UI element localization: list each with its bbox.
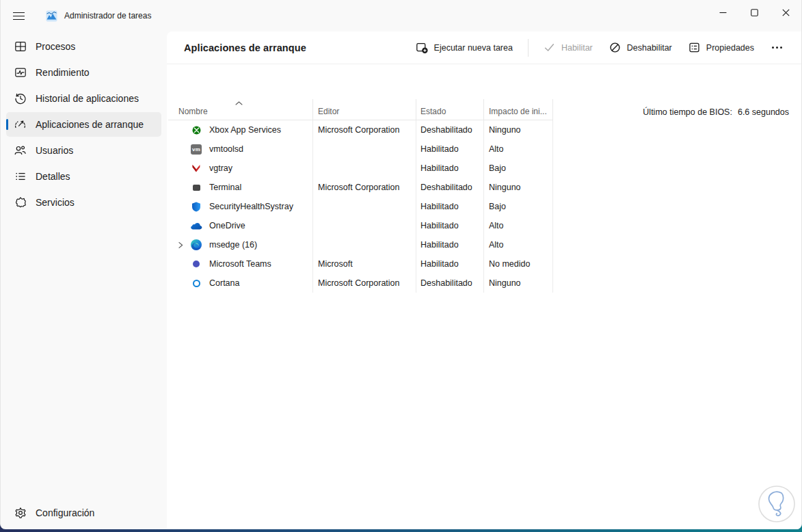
sidebar-item-label: Configuración	[36, 507, 94, 518]
impact-cell: Ninguno	[484, 178, 553, 197]
name-cell: OneDrive	[168, 216, 313, 235]
name-cell: Xbox App Services	[168, 120, 313, 139]
close-button[interactable]	[770, 0, 801, 25]
window-controls	[707, 0, 801, 25]
table-row[interactable]: Microsoft TeamsMicrosoftHabilitadoNo med…	[168, 254, 553, 274]
app-history-icon	[14, 92, 27, 105]
column-header-1[interactable]: Nombre	[168, 99, 313, 120]
app-name: OneDrive	[209, 221, 245, 230]
vgtray-icon	[188, 164, 204, 173]
xbox-icon	[188, 126, 204, 135]
toolbar-button-label: Propiedades	[706, 43, 754, 53]
column-header-4[interactable]: Impacto de ini...	[484, 99, 553, 120]
status-cell: Habilitado	[416, 216, 484, 235]
sidebar: ProcesosRendimientoHistorial de aplicaci…	[1, 31, 167, 529]
window-title: Administrador de tareas	[64, 11, 151, 21]
status-cell: Habilitado	[416, 254, 484, 274]
publisher-cell	[313, 216, 416, 235]
onedrive-icon	[188, 222, 204, 230]
impact-cell: No medido	[484, 254, 553, 274]
app-name: msedge (16)	[209, 240, 257, 250]
sidebar-item-label: Usuarios	[36, 145, 73, 156]
column-header-3[interactable]: Estado	[416, 99, 484, 120]
titlebar: Administrador de tareas	[1, 0, 801, 31]
impact-cell: Bajo	[484, 197, 553, 216]
status-cell: Habilitado	[416, 139, 484, 159]
table-row[interactable]: SecurityHealthSystrayHabilitadoBajo	[168, 197, 553, 216]
publisher-cell	[313, 235, 416, 254]
cortana-icon	[188, 280, 204, 287]
column-header-label: Nombre	[178, 107, 208, 116]
column-header-2[interactable]: Editor	[313, 99, 416, 120]
impact-cell: Ninguno	[484, 274, 553, 293]
table-row[interactable]: vgtrayHabilitadoBajo	[168, 159, 553, 178]
properties-icon	[689, 42, 700, 53]
table-row[interactable]: msedge (16)HabilitadoAlto	[168, 235, 553, 254]
minimize-icon	[719, 9, 727, 16]
sidebar-item-detalles[interactable]: Detalles	[6, 164, 161, 189]
ejecutar-nueva-tarea-button[interactable]: Ejecutar nueva tarea	[409, 38, 520, 58]
publisher-cell: Microsoft Corporation	[313, 120, 416, 139]
toolbar-button-label: Habilitar	[561, 43, 593, 53]
publisher-cell	[313, 197, 416, 216]
status-cell: Deshabilitado	[416, 120, 484, 139]
disable-icon	[609, 42, 621, 53]
sidebar-item-servicios[interactable]: Servicios	[6, 190, 161, 215]
app-name: Cortana	[209, 278, 239, 288]
sidebar-item-usuarios[interactable]: Usuarios	[6, 138, 161, 163]
startup-apps-icon	[14, 118, 27, 131]
table-row[interactable]: Xbox App ServicesMicrosoft CorporationDe…	[168, 120, 553, 139]
propiedades-button[interactable]: Propiedades	[682, 38, 761, 57]
status-cell: Habilitado	[416, 159, 484, 178]
maximize-icon	[751, 9, 758, 16]
name-cell: SecurityHealthSystray	[168, 197, 313, 216]
sidebar-item-rendimiento[interactable]: Rendimiento	[6, 60, 161, 85]
publisher-cell: Microsoft	[313, 254, 416, 274]
page-title: Aplicaciones de arranque	[184, 42, 306, 53]
app-name: SecurityHealthSystray	[209, 202, 293, 211]
app-name: Terminal	[209, 183, 241, 192]
deshabilitar-button[interactable]: Deshabilitar	[602, 38, 679, 57]
settings-icon	[14, 507, 27, 520]
impact-cell: Bajo	[484, 159, 553, 178]
table-row[interactable]: CortanaMicrosoft CorporationDeshabilitad…	[168, 274, 553, 293]
task-manager-app-icon	[46, 10, 57, 22]
sidebar-item-label: Procesos	[36, 41, 75, 52]
sidebar-item-procesos[interactable]: Procesos	[6, 34, 161, 59]
sidebar-item-label: Servicios	[36, 197, 75, 208]
more-options-button[interactable]	[764, 40, 790, 55]
maximize-button[interactable]	[738, 0, 770, 25]
services-icon	[14, 196, 27, 209]
bios-time-value: 6.6 segundos	[738, 107, 789, 117]
minimize-button[interactable]	[707, 0, 738, 25]
selection-accent-bar	[6, 119, 8, 130]
sort-asc-icon	[235, 101, 243, 105]
name-cell: Terminal	[168, 178, 313, 197]
teams-icon	[188, 261, 204, 267]
status-cell: Habilitado	[416, 197, 484, 216]
table-body: Xbox App ServicesMicrosoft CorporationDe…	[168, 120, 553, 293]
details-icon	[14, 170, 27, 183]
sidebar-item-label: Historial de aplicaciones	[36, 93, 139, 104]
toolbar-button-label: Ejecutar nueva tarea	[434, 43, 513, 53]
publisher-cell	[313, 159, 416, 178]
sidebar-item-aplicaciones-de-arranque[interactable]: Aplicaciones de arranque	[6, 112, 161, 137]
column-header-label: Impacto de ini...	[489, 107, 547, 116]
sidebar-item-configuraci-n[interactable]: Configuración	[6, 501, 161, 525]
impact-cell: Alto	[484, 139, 553, 159]
table-row[interactable]: vmvmtoolsdHabilitadoAlto	[168, 139, 553, 159]
name-cell: Microsoft Teams	[168, 254, 313, 274]
sidebar-item-label: Detalles	[36, 171, 70, 182]
table-row[interactable]: TerminalMicrosoft CorporationDeshabilita…	[168, 178, 553, 197]
publisher-cell: Microsoft Corporation	[313, 178, 416, 197]
lightbulb-watermark-logo	[757, 484, 797, 527]
sidebar-item-historial-de-aplicaciones[interactable]: Historial de aplicaciones	[6, 86, 161, 111]
toolbar: Aplicaciones de arranque Ejecutar nueva …	[167, 31, 801, 64]
status-cell: Habilitado	[416, 235, 484, 254]
impact-cell: Alto	[484, 216, 553, 235]
expander-chevron-icon[interactable]	[168, 241, 185, 249]
table-row[interactable]: OneDriveHabilitadoAlto	[168, 216, 553, 235]
name-cell: Cortana	[168, 274, 313, 293]
habilitar-button[interactable]: Habilitar	[537, 38, 600, 57]
hamburger-menu-button[interactable]	[3, 3, 34, 28]
